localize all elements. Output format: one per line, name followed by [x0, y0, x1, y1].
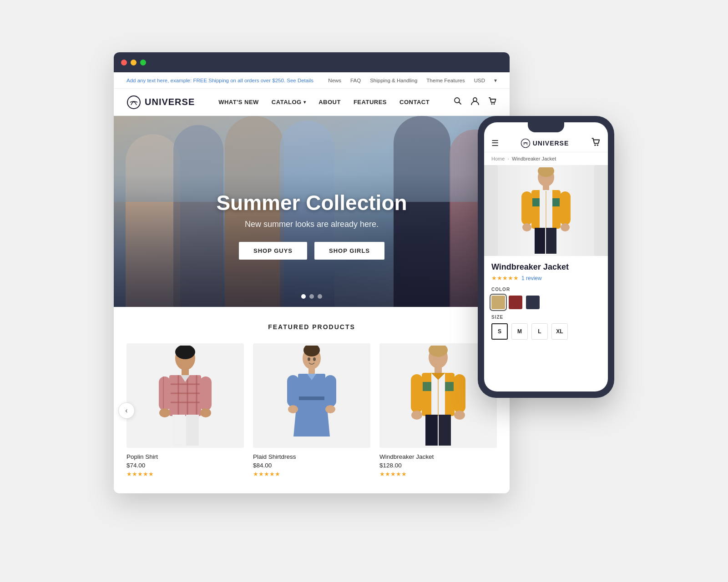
svg-rect-22 — [186, 415, 199, 446]
svg-rect-21 — [172, 415, 185, 446]
prev-button[interactable]: ‹ — [118, 402, 135, 419]
size-btn-s[interactable]: S — [491, 323, 508, 340]
svg-point-0 — [127, 96, 140, 109]
nav-contact[interactable]: CONTACT — [399, 99, 430, 105]
svg-rect-44 — [454, 374, 465, 413]
hero-dot-3[interactable] — [318, 294, 322, 299]
util-link-theme[interactable]: Theme Features — [426, 78, 465, 83]
svg-point-20 — [200, 408, 211, 417]
account-icon[interactable] — [470, 96, 480, 108]
util-link-news[interactable]: News — [328, 78, 341, 83]
svg-rect-29 — [287, 375, 299, 407]
product-stars-jacket: ★★★★★ — [379, 471, 497, 477]
color-label: COLOR — [491, 287, 601, 292]
svg-rect-16 — [159, 376, 171, 411]
shop-guys-button[interactable]: SHOP GUYS — [239, 242, 307, 260]
phone-product-name: Windbreaker Jacket — [491, 262, 601, 272]
hero-subtitle: New summer looks are already here. — [216, 220, 407, 229]
scene: Add any text here, example: FREE Shippin… — [114, 52, 614, 530]
phone-jacket-svg — [519, 167, 573, 254]
close-button-dot[interactable] — [121, 60, 127, 65]
svg-point-5 — [494, 103, 495, 105]
svg-rect-48 — [439, 415, 451, 446]
shop-girls-button[interactable]: SHOP GIRLS — [314, 242, 384, 260]
svg-rect-57 — [531, 198, 540, 206]
color-swatch-red[interactable] — [509, 296, 522, 309]
phone-nav: ☰ UNIVERSE — [484, 132, 608, 152]
product-image-dress[interactable] — [253, 343, 370, 448]
hamburger-icon[interactable]: ☰ — [491, 138, 499, 148]
phone-product-image[interactable] — [484, 165, 608, 256]
hero-content: Summer Collection New summer looks are a… — [216, 191, 407, 260]
promo-text: Add any text here, example: FREE Shippin… — [126, 78, 285, 83]
svg-rect-43 — [411, 374, 423, 413]
size-btn-m[interactable]: M — [511, 323, 528, 340]
breadcrumb-separator: › — [507, 156, 509, 161]
hero-dot-1[interactable] — [301, 294, 306, 299]
size-btn-xl[interactable]: XL — [551, 323, 568, 340]
svg-rect-60 — [521, 191, 532, 225]
nav-about[interactable]: ABOUT — [318, 99, 341, 105]
catalog-dropdown-icon: ▾ — [303, 100, 306, 105]
svg-point-49 — [521, 139, 530, 147]
svg-rect-40 — [422, 382, 431, 391]
promo-link[interactable]: See Details — [287, 78, 313, 83]
search-icon[interactable] — [453, 96, 462, 108]
svg-point-3 — [473, 98, 477, 101]
logo[interactable]: UNIVERSE — [126, 95, 195, 110]
svg-point-46 — [454, 411, 465, 420]
main-nav: UNIVERSE WHAT'S NEW CATALOG ▾ ABOUT FEAT… — [114, 89, 510, 116]
phone-stars: ★★★★★ — [491, 275, 519, 281]
svg-rect-58 — [552, 198, 561, 206]
hero-dot-2[interactable] — [309, 294, 314, 299]
util-link-shipping[interactable]: Shipping & Handling — [370, 78, 417, 83]
svg-point-50 — [594, 145, 596, 146]
svg-rect-61 — [560, 191, 571, 225]
product-stars-shirt: ★★★★★ — [126, 471, 244, 477]
phone-product-info: Windbreaker Jacket ★★★★★ 1 review COLOR … — [484, 256, 608, 391]
logo-text: UNIVERSE — [145, 97, 195, 107]
svg-point-32 — [325, 405, 335, 413]
nav-links: WHAT'S NEW CATALOG ▾ ABOUT FEATURES CONT… — [218, 99, 430, 105]
size-btn-l[interactable]: L — [531, 323, 548, 340]
phone-logo-text: UNIVERSE — [533, 140, 569, 147]
currency-chevron-icon: ▾ — [494, 77, 497, 84]
minimize-button-dot[interactable] — [131, 60, 136, 65]
nav-icons — [453, 96, 497, 108]
currency-selector[interactable]: USD — [474, 78, 485, 83]
product-name-shirt: Poplin Shirt — [126, 453, 244, 460]
product-name-jacket: Windbreaker Jacket — [379, 453, 497, 460]
shirt-person-svg — [153, 346, 217, 446]
maximize-button-dot[interactable] — [140, 60, 146, 65]
cart-icon[interactable] — [488, 96, 497, 108]
browser-window: Add any text here, example: FREE Shippin… — [114, 52, 510, 493]
section-title: FEATURED PRODUCTS — [126, 323, 497, 331]
svg-point-63 — [561, 223, 570, 231]
phone-review-count[interactable]: 1 review — [521, 275, 542, 281]
svg-point-31 — [288, 405, 298, 413]
nav-catalog[interactable]: CATALOG ▾ — [272, 99, 306, 105]
nav-whats-new[interactable]: WHAT'S NEW — [218, 99, 259, 105]
dress-person-svg — [280, 346, 344, 446]
browser-chrome — [114, 52, 510, 72]
breadcrumb-current: Windbreaker Jacket — [512, 156, 556, 161]
logo-icon — [126, 95, 141, 110]
utility-links: News FAQ Shipping & Handling Theme Featu… — [328, 77, 497, 84]
util-link-faq[interactable]: FAQ — [350, 78, 361, 83]
svg-point-34 — [313, 357, 316, 361]
nav-features[interactable]: FEATURES — [354, 99, 387, 105]
svg-line-2 — [459, 102, 461, 105]
color-swatch-dark[interactable] — [526, 296, 540, 309]
hero-dots — [301, 294, 322, 299]
promo-message: Add any text here, example: FREE Shippin… — [126, 78, 313, 83]
phone-logo-icon — [521, 138, 531, 148]
phone-logo[interactable]: UNIVERSE — [521, 138, 569, 148]
product-card-dress: Plaid Shirtdress $84.00 ★★★★★ — [253, 343, 370, 477]
breadcrumb-home[interactable]: Home — [491, 156, 505, 161]
color-swatches — [491, 296, 601, 309]
product-image-shirt[interactable] — [126, 343, 244, 448]
hero-title: Summer Collection — [216, 191, 407, 215]
svg-rect-64 — [535, 228, 545, 254]
phone-cart-icon[interactable] — [591, 137, 601, 149]
color-swatch-gold[interactable] — [491, 296, 505, 309]
